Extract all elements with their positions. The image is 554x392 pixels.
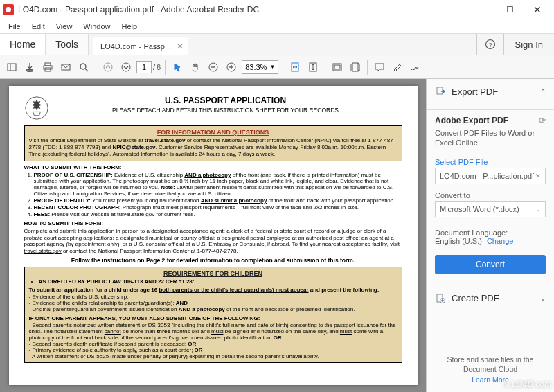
info-box: FOR INFORMATION AND QUESTIONS Visit the …	[24, 125, 402, 161]
convert-to-label: Convert to	[435, 191, 546, 199]
how-heading: HOW TO SUBMIT THIS FORM:	[24, 220, 402, 226]
search-button[interactable]	[76, 60, 91, 75]
product-desc: Convert PDF Files to Word or Excel Onlin…	[435, 128, 546, 148]
maximize-button[interactable]: ☐	[496, 0, 524, 19]
fit-page-button[interactable]	[305, 60, 321, 75]
close-icon[interactable]: ✕	[535, 172, 541, 179]
svg-rect-22	[352, 63, 358, 71]
us-seal-icon	[24, 96, 49, 121]
convert-to-select[interactable]: Microsoft Word (*.docx) ⌄	[435, 201, 546, 217]
tab-document[interactable]: LO4D.com - Passp... ✕	[93, 37, 188, 55]
menu-edit[interactable]: Edit	[26, 22, 51, 30]
page-up-button[interactable]	[100, 60, 116, 75]
doc-title: U.S. PASSPORT APPLICATION	[24, 96, 402, 105]
view-options-button[interactable]	[348, 60, 363, 75]
hand-tool-button[interactable]	[188, 60, 203, 75]
follow-line: Follow the instructions on Page 2 for de…	[24, 257, 402, 264]
title-bar: LO4D.com - Passport application.pdf - Ad…	[0, 0, 554, 19]
chevron-down-icon: ⌄	[535, 206, 541, 213]
fit-width-button[interactable]	[287, 60, 303, 75]
sign-in-button[interactable]: Sign In	[504, 34, 554, 55]
svg-rect-24	[437, 87, 443, 94]
email-button[interactable]	[58, 60, 73, 75]
comment-button[interactable]	[372, 60, 387, 75]
tab-home[interactable]: Home	[0, 34, 46, 55]
chevron-down-icon: ⌄	[540, 294, 546, 302]
minimize-button[interactable]: ─	[468, 0, 496, 19]
sign-button[interactable]	[408, 60, 423, 75]
selection-tool-button[interactable]	[170, 60, 185, 75]
create-pdf-heading[interactable]: Create PDF ⌄	[435, 293, 546, 304]
svg-text:?: ?	[488, 42, 492, 48]
export-pdf-icon	[435, 86, 446, 97]
svg-point-11	[104, 63, 112, 71]
children-box: REQUIREMENTS FOR CHILDREN AS DIRECTED BY…	[24, 267, 402, 363]
chevron-down-icon: ▼	[269, 64, 275, 70]
what-heading: WHAT TO SUBMIT WITH THIS FORM:	[24, 164, 402, 170]
zoom-value: 83.3%	[245, 63, 267, 71]
select-file-link[interactable]: Select PDF File	[435, 158, 546, 166]
zoom-in-button[interactable]	[224, 60, 239, 75]
svg-rect-5	[45, 63, 51, 66]
change-language-link[interactable]: Change	[487, 237, 514, 245]
page-number-input[interactable]	[136, 61, 152, 73]
toolbar: / 6 83.3% ▼	[0, 55, 554, 79]
help-button[interactable]: ?	[476, 34, 504, 55]
read-mode-button[interactable]	[330, 60, 345, 75]
menu-bar: File Edit View Window Help	[0, 19, 554, 33]
sidebar-toggle-button[interactable]	[4, 60, 19, 75]
highlight-button[interactable]	[390, 60, 405, 75]
create-pdf-icon	[435, 293, 446, 304]
svg-rect-2	[8, 64, 16, 71]
page-indicator: / 6	[136, 61, 161, 73]
help-icon: ?	[485, 39, 496, 50]
close-button[interactable]: ✕	[524, 0, 551, 19]
print-button[interactable]	[40, 60, 55, 75]
page-down-button[interactable]	[118, 60, 134, 75]
svg-point-12	[122, 63, 130, 71]
export-pdf-heading[interactable]: Export PDF ⌃	[435, 86, 546, 97]
tab-row: Home Tools LO4D.com - Passp... ✕ ? Sign …	[0, 33, 554, 55]
product-name: Adobe Export PDF ⟳	[435, 116, 546, 125]
selected-file-field[interactable]: LO4D.com - P...plication.pdf ✕	[435, 168, 546, 184]
menu-help[interactable]: Help	[116, 22, 143, 30]
tab-close-icon[interactable]: ✕	[177, 42, 184, 51]
refresh-icon[interactable]: ⟳	[539, 116, 546, 125]
pdf-page: U.S. PASSPORT APPLICATION PLEASE DETACH …	[9, 86, 418, 385]
tab-document-label: LO4D.com - Passp...	[100, 42, 171, 51]
zoom-select[interactable]: 83.3% ▼	[242, 60, 278, 74]
convert-button[interactable]: Convert	[435, 255, 546, 274]
app-icon	[3, 4, 14, 15]
doc-subtitle: PLEASE DETACH AND RETAIN THIS INSTRUCTIO…	[24, 107, 402, 114]
req-heading: REQUIREMENTS FOR CHILDREN	[29, 270, 397, 277]
chevron-up-icon: ⌃	[540, 88, 546, 96]
svg-rect-21	[334, 65, 340, 69]
svg-point-4	[26, 69, 33, 71]
page-total: 6	[157, 63, 161, 71]
save-button[interactable]	[22, 60, 37, 75]
menu-window[interactable]: Window	[78, 22, 116, 30]
menu-file[interactable]: File	[3, 22, 26, 30]
window-title: LO4D.com - Passport application.pdf - Ad…	[18, 5, 468, 15]
learn-more-link[interactable]: Learn More	[435, 375, 546, 385]
cloud-footer: Store and share files in the Document Cl…	[435, 355, 546, 385]
info-heading: FOR INFORMATION AND QUESTIONS	[29, 129, 397, 136]
svg-line-10	[85, 69, 88, 71]
tools-panel: Export PDF ⌃ Adobe Export PDF ⟳ Convert …	[426, 79, 554, 392]
document-viewport[interactable]: U.S. PASSPORT APPLICATION PLEASE DETACH …	[0, 79, 426, 392]
main-area: U.S. PASSPORT APPLICATION PLEASE DETACH …	[0, 79, 554, 392]
tab-tools[interactable]: Tools	[46, 34, 89, 55]
menu-view[interactable]: View	[51, 22, 78, 30]
zoom-out-button[interactable]	[206, 60, 221, 75]
language-row: Document Language: English (U.S.) Change	[435, 229, 546, 245]
svg-point-9	[80, 64, 86, 69]
what-list: PROOF OF U.S. CITIZENSHIP: Evidence of U…	[24, 172, 402, 217]
